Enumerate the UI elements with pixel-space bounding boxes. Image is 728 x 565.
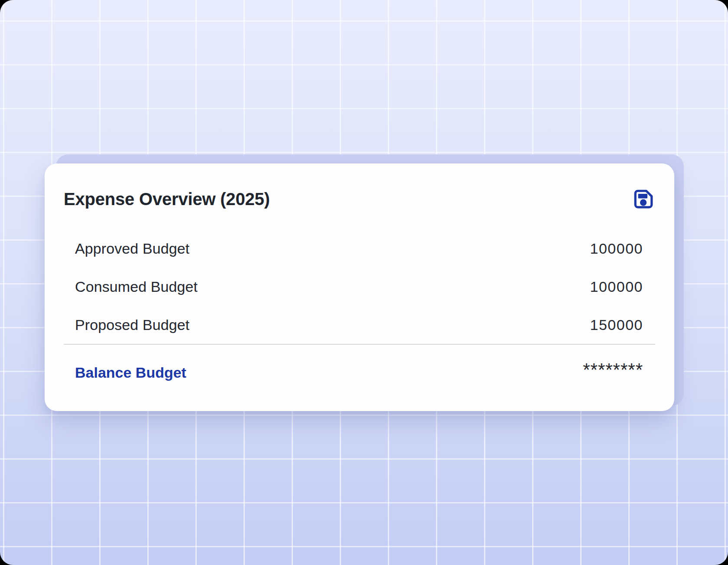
card-header: Expense Overview (2025)	[64, 187, 655, 211]
row-label: Approved Budget	[75, 240, 189, 257]
row-label: Proposed Budget	[75, 317, 189, 333]
row-value: 150000	[590, 317, 643, 333]
balance-row: Balance Budget ********	[75, 353, 643, 392]
save-icon	[632, 187, 655, 211]
budget-row-consumed: Consumed Budget 100000	[75, 268, 643, 306]
row-value: 100000	[590, 278, 643, 295]
budget-rows: Approved Budget 100000 Consumed Budget 1…	[64, 229, 655, 392]
expense-overview-card: Expense Overview (2025) Approved Budget …	[45, 163, 674, 411]
masked-balance-value: ********	[583, 359, 643, 380]
desktop-background: Expense Overview (2025) Approved Budget …	[0, 0, 728, 565]
row-label: Consumed Budget	[75, 278, 198, 295]
save-button[interactable]	[632, 187, 655, 211]
card-title: Expense Overview (2025)	[64, 189, 270, 209]
budget-row-approved: Approved Budget 100000	[75, 229, 643, 268]
budget-row-proposed: Proposed Budget 150000	[75, 306, 643, 344]
row-value: 100000	[590, 240, 643, 257]
screenshot-frame: Expense Overview (2025) Approved Budget …	[0, 0, 728, 565]
balance-budget-link[interactable]: Balance Budget	[75, 364, 186, 381]
divider	[64, 344, 655, 345]
